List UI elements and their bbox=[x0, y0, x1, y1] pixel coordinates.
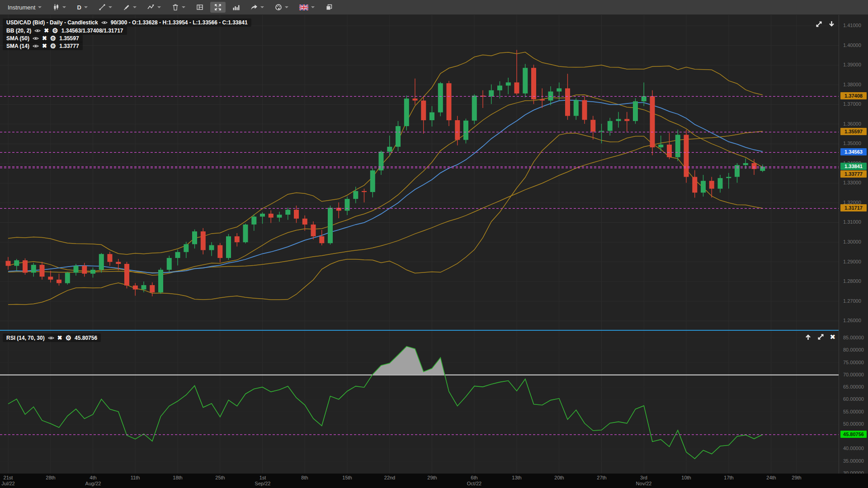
price-level-tag: 1.31717 bbox=[840, 204, 867, 211]
chevron-down-icon bbox=[108, 6, 112, 8]
indicator-settings-icon[interactable]: ⚙ bbox=[52, 27, 58, 34]
price-level-tag: 1.33777 bbox=[840, 170, 867, 178]
chevron-down-icon bbox=[285, 6, 288, 8]
bar-chart-button[interactable] bbox=[228, 2, 244, 13]
symbol-title: USD/CAD (Bid) - Daily - Candlestick bbox=[6, 19, 98, 26]
rsi-tick-label: 35.00000 bbox=[843, 458, 864, 464]
chevron-down-icon bbox=[133, 6, 137, 8]
date-tick-label: 22nd bbox=[384, 475, 395, 481]
instrument-selector[interactable]: Instrument bbox=[4, 2, 46, 13]
price-tick-label: 1.41000 bbox=[843, 23, 861, 28]
trendline-icon bbox=[99, 4, 106, 11]
share-button[interactable] bbox=[246, 2, 268, 13]
date-tick-label: 17th bbox=[724, 475, 733, 481]
remove-indicator-icon[interactable]: ✖ bbox=[44, 28, 49, 33]
remove-indicator-icon[interactable]: ✖ bbox=[42, 43, 47, 49]
date-tick-label: 25th bbox=[215, 475, 225, 481]
date-tick-label: 4thAug/22 bbox=[85, 475, 101, 487]
price-chart-canvas[interactable] bbox=[0, 15, 839, 474]
duplicate-button[interactable] bbox=[321, 2, 337, 13]
ohlc-readout: 90/300 - O:1.33628 - H:1.33954 - L:1.335… bbox=[111, 19, 248, 26]
sma14-label: SMA (14) bbox=[6, 43, 29, 49]
date-tick-label: 21stJul/22 bbox=[1, 475, 14, 487]
move-pane-up-icon[interactable] bbox=[804, 333, 812, 341]
rsi-tick-label: 85.00000 bbox=[843, 335, 864, 340]
rsi-tick-label: 80.00000 bbox=[843, 347, 864, 352]
delete-tool-button[interactable] bbox=[168, 2, 189, 13]
date-tick-label: 1stSep/22 bbox=[255, 475, 271, 487]
trendline-tool-button[interactable] bbox=[94, 2, 116, 13]
candlestick-icon bbox=[52, 4, 60, 11]
price-axis[interactable]: 1.410001.400001.390001.380001.370001.360… bbox=[839, 15, 868, 474]
price-tick-label: 1.39000 bbox=[843, 62, 861, 67]
expand-button[interactable] bbox=[210, 2, 226, 13]
date-tick-label: 29th bbox=[427, 475, 437, 481]
date-tick-label: 15th bbox=[342, 475, 352, 481]
eye-icon[interactable] bbox=[33, 36, 39, 41]
date-tick-label: 11th bbox=[131, 475, 140, 481]
chevron-down-icon bbox=[182, 6, 185, 8]
rsi-value: 45.80756 bbox=[75, 335, 97, 341]
share-arrow-icon bbox=[250, 4, 258, 11]
eye-icon[interactable] bbox=[33, 44, 39, 48]
bb-label: BB (20, 2) bbox=[6, 28, 31, 34]
date-tick-label: 6thOct/22 bbox=[467, 475, 481, 487]
date-tick-label: 10th bbox=[681, 475, 691, 481]
price-tick-label: 1.36000 bbox=[843, 121, 861, 127]
rsi-label: RSI (14, 70, 30) bbox=[6, 335, 45, 341]
date-axis[interactable]: 21stJul/2228th4thAug/2211th18th25th1stSe… bbox=[0, 474, 868, 488]
drawing-tool-button[interactable] bbox=[119, 2, 141, 13]
chevron-down-icon bbox=[62, 6, 66, 8]
instrument-label: Instrument bbox=[8, 4, 35, 11]
language-button[interactable] bbox=[295, 2, 319, 13]
date-tick-label: 3rdNov/22 bbox=[636, 475, 652, 487]
download-icon[interactable] bbox=[828, 20, 835, 28]
date-tick-label: 29th bbox=[792, 475, 801, 481]
rsi-pane-controls: ✖ bbox=[804, 333, 835, 341]
chevron-down-icon bbox=[38, 6, 42, 8]
eye-icon[interactable] bbox=[34, 28, 41, 33]
rsi-tick-label: 55.00000 bbox=[843, 409, 864, 414]
bars-icon bbox=[232, 4, 240, 11]
price-tick-label: 1.31000 bbox=[843, 219, 861, 225]
price-level-tag: 1.35597 bbox=[840, 128, 867, 135]
date-tick-label: 20th bbox=[554, 475, 564, 481]
timeframe-label: D bbox=[77, 4, 81, 11]
chart-area: 1.410001.400001.390001.380001.370001.360… bbox=[0, 15, 868, 488]
price-tick-label: 1.30000 bbox=[843, 239, 861, 244]
remove-indicator-icon[interactable]: ✖ bbox=[42, 35, 47, 41]
price-pane-controls bbox=[815, 20, 835, 28]
palette-icon bbox=[275, 4, 282, 11]
pane-separator[interactable] bbox=[0, 330, 868, 331]
price-tick-label: 1.35000 bbox=[843, 141, 861, 146]
price-tick-label: 1.40000 bbox=[843, 42, 861, 48]
trash-icon bbox=[172, 4, 179, 11]
indicator-settings-icon[interactable]: ⚙ bbox=[50, 35, 56, 42]
theme-button[interactable] bbox=[271, 2, 292, 13]
chart-type-button[interactable] bbox=[48, 2, 70, 13]
zigzag-icon bbox=[147, 4, 155, 11]
remove-indicator-icon[interactable]: ✖ bbox=[57, 335, 62, 341]
date-tick-label: 28th bbox=[46, 475, 55, 481]
indicator-settings-icon[interactable]: ⚙ bbox=[50, 42, 56, 49]
symbol-header-row: USD/CAD (Bid) - Daily - Candlestick 90/3… bbox=[3, 19, 251, 27]
eye-icon[interactable] bbox=[48, 336, 54, 340]
rsi-tick-label: 60.00000 bbox=[843, 396, 864, 402]
chevron-down-icon bbox=[84, 6, 88, 8]
layout-button[interactable] bbox=[192, 2, 208, 13]
bb-values: 1.34563/1.37408/1.31717 bbox=[61, 28, 123, 34]
sma50-value: 1.35597 bbox=[59, 35, 79, 42]
copy-icon bbox=[326, 4, 333, 11]
chart-toolbar: Instrument D bbox=[0, 0, 868, 15]
timeframe-button[interactable]: D bbox=[73, 2, 91, 13]
date-tick-label: 27th bbox=[597, 475, 606, 481]
indicator-settings-icon[interactable]: ⚙ bbox=[66, 334, 71, 341]
eye-icon[interactable] bbox=[101, 20, 108, 25]
close-pane-icon[interactable]: ✖ bbox=[830, 333, 835, 340]
rsi-tick-label: 40.00000 bbox=[843, 446, 864, 451]
resize-pane-icon[interactable] bbox=[815, 20, 823, 28]
resize-pane-icon[interactable] bbox=[817, 333, 825, 341]
rsi-tick-label: 75.00000 bbox=[843, 360, 864, 365]
pattern-tool-button[interactable] bbox=[143, 2, 165, 13]
price-level-tag: 1.34563 bbox=[840, 148, 867, 155]
